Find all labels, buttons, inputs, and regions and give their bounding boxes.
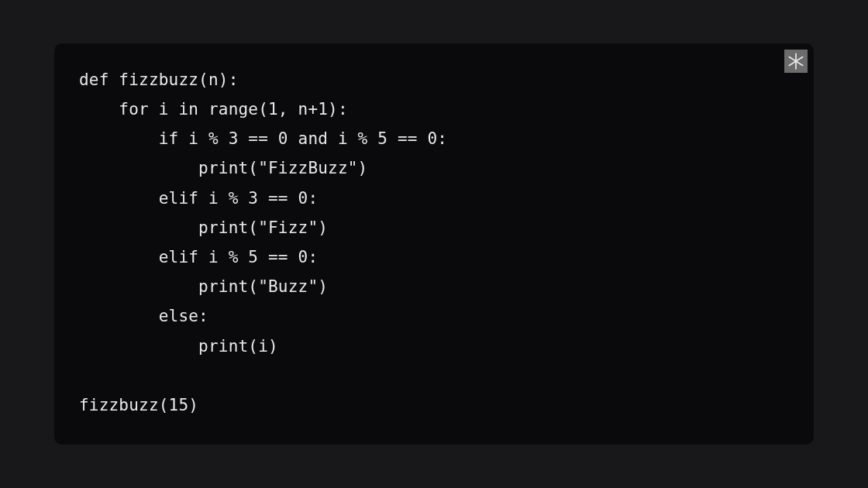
asterisk-glyph	[786, 51, 806, 71]
code-block-card: def fizzbuzz(n): for i in range(1, n+1):…	[54, 43, 814, 445]
asterisk-icon[interactable]	[784, 50, 808, 73]
code-content: def fizzbuzz(n): for i in range(1, n+1):…	[79, 65, 789, 421]
